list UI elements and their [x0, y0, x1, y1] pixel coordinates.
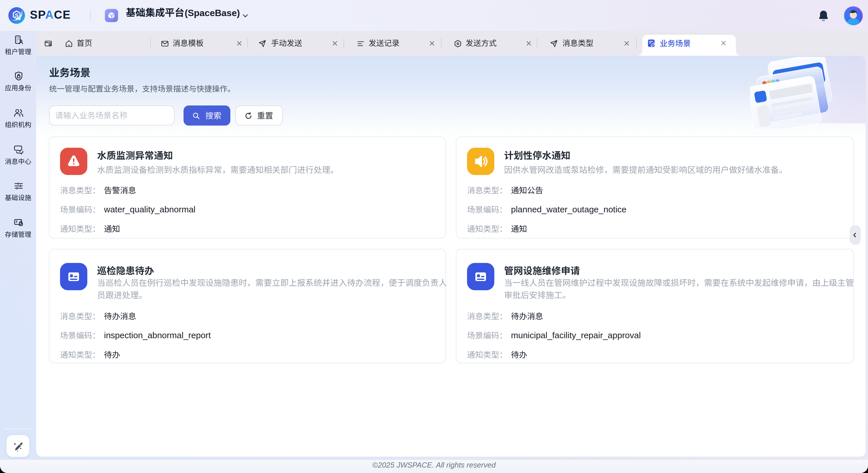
svg-text:S: S	[15, 12, 19, 19]
